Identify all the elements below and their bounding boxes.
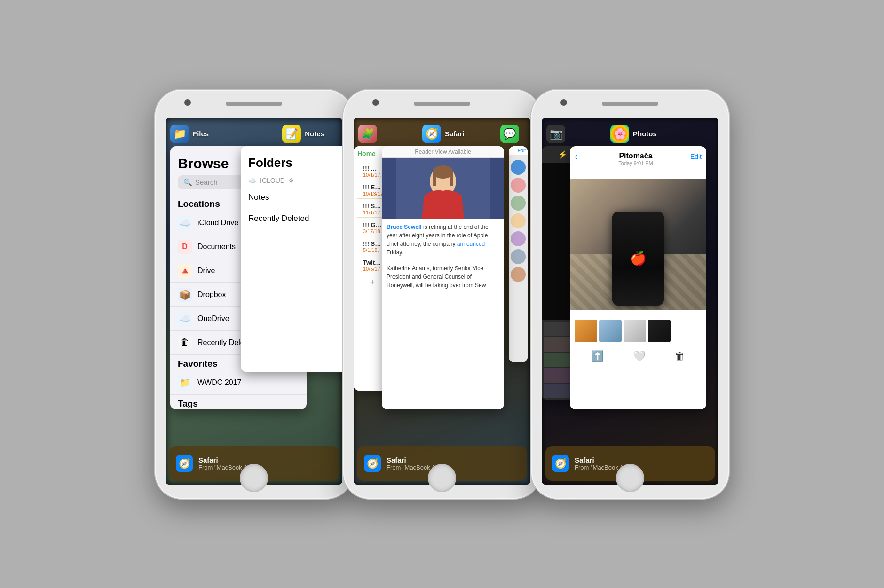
avatar-list — [509, 155, 528, 287]
thumb-strip — [570, 317, 706, 345]
front-camera-1 — [184, 99, 191, 106]
heart-icon[interactable]: 🤍 — [633, 350, 646, 362]
mail-peek-content: Edit — [509, 146, 528, 362]
safari-strip-title-1: Safari — [198, 456, 253, 464]
wwdc-label: WWDC 2017 — [197, 378, 241, 387]
search-icon: 🔍 — [183, 178, 192, 187]
main-photo: 🍎 — [570, 179, 706, 310]
mail-peek[interactable]: Edit — [509, 146, 528, 362]
documents-icon: D — [178, 240, 192, 254]
iphone-screen: 🍎 — [612, 212, 664, 306]
icloud-drive-icon: ☁️ — [178, 216, 192, 230]
photos-title-area: Pitomača Today 9:01 PM — [589, 152, 683, 166]
screen-3: 📷 🌸 Photos ⚡ — [542, 118, 718, 485]
wwdc-item[interactable]: 📁 WWDC 2017 — [170, 371, 307, 395]
svg-rect-5 — [433, 172, 436, 186]
avatar-5 — [511, 231, 526, 246]
bottom-spacer — [570, 310, 706, 317]
dropbox-label: Dropbox — [197, 290, 226, 299]
avatar-1 — [511, 160, 526, 175]
app-switcher-2: Home !!! Mam... 10/1/17, !!! Euro... 10/… — [354, 118, 530, 132]
top-spacer — [570, 169, 706, 179]
speaker-1 — [226, 102, 282, 106]
speaker-3 — [602, 102, 658, 106]
tags-title: Tags — [170, 395, 307, 409]
home-button-2[interactable] — [428, 464, 456, 492]
safari-main-card[interactable]: Reader View Available — [382, 146, 504, 409]
notes-folders-title: Folders — [241, 146, 342, 174]
apple-logo-area: 🍎 — [612, 212, 664, 306]
edit-button[interactable]: Edit — [690, 153, 702, 160]
icloud-drive-label: iCloud Drive — [197, 219, 238, 227]
front-camera-2 — [372, 99, 379, 106]
avatar-4 — [511, 213, 526, 228]
mail-edit[interactable]: Edit — [509, 146, 528, 155]
dropbox-icon: 📦 — [178, 288, 192, 302]
back-button[interactable]: ‹ — [575, 151, 578, 162]
screen-1: 📁 Files 📝 Notes Browse — [166, 118, 342, 485]
article-text-3: Katherine Adams, formerly Senior Vice Pr… — [387, 265, 486, 289]
trash-icon: 🗑 — [178, 336, 192, 350]
notes-folder-item[interactable]: Notes — [241, 187, 342, 208]
screen-2: 🧩 🧭 Safari 💬 Home — [354, 118, 530, 485]
article-author: Bruce Sewell — [387, 224, 422, 230]
avatar-3 — [511, 196, 526, 211]
icloud-label: ICLOUD — [260, 177, 285, 184]
svg-rect-6 — [450, 172, 453, 186]
onedrive-icon: ☁️ — [178, 312, 192, 326]
article-woman-svg — [382, 158, 504, 219]
documents-label: Documents — [197, 243, 236, 251]
photos-toolbar: ⬆️ 🤍 🗑 — [570, 345, 706, 367]
iphone-3: 📷 🌸 Photos ⚡ — [531, 90, 729, 499]
article-link[interactable]: announced — [457, 241, 485, 247]
avatar-6 — [511, 249, 526, 264]
photos-header: ‹ Pitomača Today 9:01 PM Edit — [570, 146, 706, 169]
drive-icon: 🔺 — [178, 264, 192, 278]
album-date: Today 9:01 PM — [589, 160, 683, 166]
icloud-sync-icon: ⚙ — [289, 177, 294, 184]
notes-content: Folders ☁️ ICLOUD ⚙ Notes Recently Delet… — [241, 146, 342, 372]
iphone-2: 🧩 🧭 Safari 💬 Home — [343, 90, 541, 499]
delete-icon[interactable]: 🗑 — [675, 350, 685, 362]
app-switcher-3: ⚡ — [542, 118, 718, 132]
drive-label: Drive — [197, 267, 215, 275]
iphone-on-table: 🍎 — [612, 212, 664, 306]
safari-card-content: Reader View Available — [382, 146, 504, 409]
iphone-1: 📁 Files 📝 Notes Browse — [155, 90, 353, 499]
article-text: Bruce Sewell is retiring at the end of t… — [382, 219, 504, 260]
safari-strip-icon-1: 🧭 — [176, 455, 193, 472]
screen-content-2: 🧩 🧭 Safari 💬 Home — [354, 118, 530, 485]
photos-main-card[interactable]: ‹ Pitomača Today 9:01 PM Edit — [570, 146, 706, 409]
avatar-2 — [511, 178, 526, 193]
safari-strip-title-2: Safari — [387, 456, 441, 464]
speaker-2 — [414, 102, 470, 106]
avatar-7 — [511, 267, 526, 282]
onedrive-label: OneDrive — [197, 314, 229, 323]
apple-logo: 🍎 — [630, 251, 647, 266]
album-title: Pitomača — [589, 152, 683, 160]
photos-content: ‹ Pitomača Today 9:01 PM Edit — [570, 146, 706, 409]
app-switcher-1: Browse 🔍 Search Locations ☁️ iCloud Driv… — [166, 118, 342, 132]
screen-content-3: 📷 🌸 Photos ⚡ — [542, 118, 718, 485]
thumb-1[interactable] — [575, 320, 597, 342]
thumb-3[interactable] — [624, 320, 646, 342]
home-button-3[interactable] — [616, 464, 644, 492]
notes-card[interactable]: Folders ☁️ ICLOUD ⚙ Notes Recently Delet… — [241, 146, 342, 372]
safari-strip-title-3: Safari — [575, 456, 629, 464]
share-icon[interactable]: ⬆️ — [591, 350, 604, 362]
article-text-2: Friday. — [387, 249, 403, 256]
safari-strip-icon-2: 🧭 — [364, 455, 381, 472]
scene: 📁 Files 📝 Notes Browse — [150, 80, 734, 508]
folder-wwdc-icon: 📁 — [178, 376, 192, 390]
screen-content-1: 📁 Files 📝 Notes Browse — [166, 118, 342, 485]
safari-strip-icon-3: 🧭 — [552, 455, 569, 472]
icloud-icon: ☁️ — [248, 177, 256, 184]
recently-deleted-folder-item[interactable]: Recently Deleted — [241, 208, 342, 229]
flash-icon: ⚡ — [558, 150, 568, 159]
notes-icloud-row: ☁️ ICLOUD ⚙ — [241, 174, 342, 187]
thumb-2[interactable] — [599, 320, 622, 342]
search-placeholder: Search — [195, 178, 218, 186]
home-button-1[interactable] — [240, 464, 268, 492]
thumb-4[interactable] — [648, 320, 671, 342]
article-text-p2: Katherine Adams, formerly Senior Vice Pr… — [382, 260, 504, 293]
